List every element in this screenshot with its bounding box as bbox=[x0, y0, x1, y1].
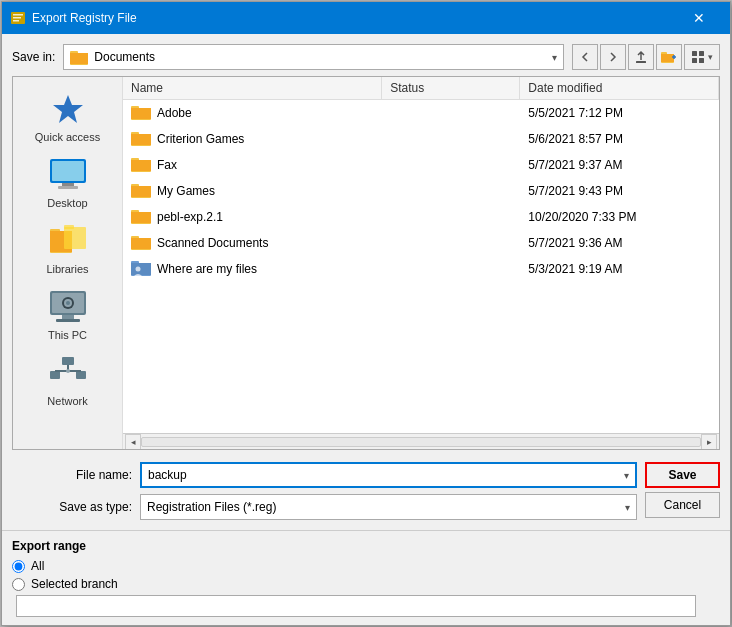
svg-rect-43 bbox=[131, 108, 151, 119]
file-name-cell: Scanned Documents bbox=[157, 236, 268, 250]
main-area: Quick access Desktop bbox=[12, 76, 720, 450]
radio-selected-branch[interactable] bbox=[12, 578, 25, 591]
views-arrow-icon: ▾ bbox=[708, 52, 713, 62]
title-bar: Export Registry File ✕ bbox=[2, 2, 730, 34]
svg-rect-29 bbox=[62, 315, 74, 319]
radio-branch-label[interactable]: Selected branch bbox=[31, 577, 118, 591]
sidebar-item-libraries-label: Libraries bbox=[46, 263, 88, 275]
radio-all-row: All bbox=[12, 559, 720, 573]
svg-rect-1 bbox=[13, 14, 23, 16]
table-row[interactable]: pebl-exp.2.110/20/2020 7:33 PM bbox=[123, 204, 719, 230]
file-date-cell: 10/20/2020 7:33 PM bbox=[520, 208, 719, 226]
file-list-header: Name Status Date modified bbox=[123, 77, 719, 100]
quick-access-icon bbox=[48, 89, 88, 129]
save-in-row: Save in: Documents ▾ bbox=[12, 44, 720, 70]
network-icon bbox=[48, 353, 88, 393]
file-name-cell: Fax bbox=[157, 158, 177, 172]
new-folder-button[interactable] bbox=[656, 44, 682, 70]
sidebar-item-quick-access[interactable]: Quick access bbox=[23, 85, 113, 147]
file-name-cell: Where are my files bbox=[157, 262, 257, 276]
horizontal-scrollbar[interactable]: ◂ ▸ bbox=[123, 433, 719, 449]
dialog-body: Save in: Documents ▾ bbox=[2, 34, 730, 530]
radio-branch-row: Selected branch bbox=[12, 577, 720, 591]
file-name-label: File name: bbox=[12, 468, 132, 482]
svg-rect-7 bbox=[636, 61, 646, 63]
table-row[interactable]: My Games5/7/2021 9:43 PM bbox=[123, 178, 719, 204]
col-header-name[interactable]: Name bbox=[123, 77, 382, 99]
radio-all[interactable] bbox=[12, 560, 25, 573]
svg-rect-55 bbox=[131, 212, 151, 223]
scroll-track[interactable] bbox=[141, 437, 701, 447]
svg-rect-13 bbox=[692, 51, 697, 56]
svg-rect-58 bbox=[131, 238, 151, 249]
svg-rect-30 bbox=[56, 319, 80, 322]
up-button[interactable] bbox=[628, 44, 654, 70]
sidebar-item-desktop-label: Desktop bbox=[47, 197, 87, 209]
folder-icon bbox=[131, 234, 151, 253]
table-row[interactable]: Criterion Games5/6/2021 8:57 PM bbox=[123, 126, 719, 152]
file-name-input[interactable]: ▾ bbox=[140, 462, 637, 488]
branch-input[interactable] bbox=[16, 595, 696, 617]
svg-rect-6 bbox=[70, 53, 88, 64]
svg-rect-19 bbox=[52, 161, 84, 181]
file-name-text-input[interactable] bbox=[148, 468, 624, 482]
save-button[interactable]: Save bbox=[645, 462, 720, 488]
sidebar-item-desktop[interactable]: Desktop bbox=[23, 151, 113, 213]
radio-all-label[interactable]: All bbox=[31, 559, 44, 573]
file-status-cell bbox=[383, 137, 521, 141]
sidebar-item-network-label: Network bbox=[47, 395, 87, 407]
svg-rect-34 bbox=[62, 357, 74, 365]
table-row[interactable]: Scanned Documents5/7/2021 9:36 AM bbox=[123, 230, 719, 256]
sidebar-item-network[interactable]: Network bbox=[23, 349, 113, 411]
svg-rect-3 bbox=[13, 20, 19, 22]
form-buttons: Save Cancel bbox=[645, 462, 720, 518]
file-name-cell: My Games bbox=[157, 184, 215, 198]
sidebar-item-libraries[interactable]: Libraries bbox=[23, 217, 113, 279]
scroll-right-button[interactable]: ▸ bbox=[701, 434, 717, 450]
save-in-value: Documents bbox=[94, 50, 546, 64]
file-status-cell bbox=[383, 163, 521, 167]
cancel-button[interactable]: Cancel bbox=[645, 492, 720, 518]
file-name-combo-arrow[interactable]: ▾ bbox=[624, 470, 629, 481]
libraries-icon bbox=[48, 221, 88, 261]
col-header-status[interactable]: Status bbox=[382, 77, 520, 99]
forward-button[interactable] bbox=[600, 44, 626, 70]
sidebar-item-this-pc-label: This PC bbox=[48, 329, 87, 341]
svg-rect-49 bbox=[131, 160, 151, 171]
save-as-type-label: Save as type: bbox=[12, 500, 132, 514]
save-type-arrow-icon[interactable]: ▾ bbox=[625, 502, 630, 513]
close-button[interactable]: ✕ bbox=[676, 2, 722, 34]
table-row[interactable]: Adobe5/5/2021 7:12 PM bbox=[123, 100, 719, 126]
svg-rect-21 bbox=[58, 186, 78, 189]
file-status-cell bbox=[383, 267, 521, 271]
dialog-title: Export Registry File bbox=[32, 11, 137, 25]
file-date-cell: 5/6/2021 8:57 PM bbox=[520, 130, 719, 148]
folder-icon bbox=[131, 130, 151, 149]
svg-rect-14 bbox=[699, 51, 704, 56]
save-in-label: Save in: bbox=[12, 50, 55, 64]
sidebar-item-this-pc[interactable]: This PC bbox=[23, 283, 113, 345]
svg-rect-26 bbox=[64, 225, 74, 229]
save-as-type-select[interactable]: Registration Files (*.reg) ▾ bbox=[140, 494, 637, 520]
table-row[interactable]: Where are my files5/3/2021 9:19 AM bbox=[123, 256, 719, 282]
folder-icon bbox=[131, 104, 151, 123]
svg-rect-61 bbox=[131, 263, 151, 275]
views-button[interactable]: ▾ bbox=[684, 44, 720, 70]
save-in-combo[interactable]: Documents ▾ bbox=[63, 44, 564, 70]
combo-arrow-icon: ▾ bbox=[552, 52, 557, 63]
svg-point-62 bbox=[136, 266, 141, 271]
col-header-date[interactable]: Date modified bbox=[520, 77, 719, 99]
file-name-cell: Adobe bbox=[157, 106, 192, 120]
table-row[interactable]: Fax5/7/2021 9:37 AM bbox=[123, 152, 719, 178]
back-button[interactable] bbox=[572, 44, 598, 70]
svg-rect-15 bbox=[692, 58, 697, 63]
file-date-cell: 5/7/2021 9:36 AM bbox=[520, 234, 719, 252]
scroll-left-button[interactable]: ◂ bbox=[125, 434, 141, 450]
svg-rect-52 bbox=[131, 186, 151, 197]
file-date-cell: 5/3/2021 9:19 AM bbox=[520, 260, 719, 278]
svg-point-40 bbox=[66, 369, 70, 373]
file-status-cell bbox=[383, 111, 521, 115]
desktop-icon bbox=[48, 155, 88, 195]
registry-icon bbox=[10, 10, 26, 26]
folder-icon bbox=[131, 182, 151, 201]
